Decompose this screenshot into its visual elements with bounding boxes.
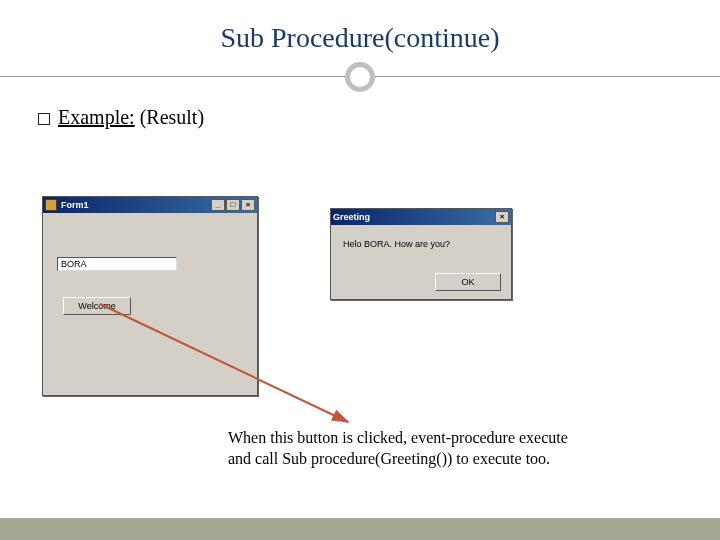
footer-bar xyxy=(0,518,720,540)
name-input[interactable]: BORA xyxy=(57,257,177,271)
form-icon xyxy=(45,199,57,211)
dialog-close-button[interactable]: × xyxy=(495,211,509,223)
form1-title-text: Form1 xyxy=(61,200,89,210)
divider-with-circle xyxy=(0,62,720,92)
close-button[interactable]: × xyxy=(241,199,255,211)
square-bullet-icon xyxy=(38,113,50,125)
maximize-button[interactable]: □ xyxy=(226,199,240,211)
greeting-dialog: Greeting × Helo BORA. How are you? OK xyxy=(330,208,512,300)
ok-button[interactable]: OK xyxy=(435,273,501,291)
greeting-title-text: Greeting xyxy=(333,212,370,222)
greeting-message: Helo BORA. How are you? xyxy=(331,225,511,249)
welcome-button[interactable]: Welcome xyxy=(63,297,131,315)
greeting-titlebar: Greeting × xyxy=(331,209,511,225)
slide-title: Sub Procedure(continue) xyxy=(0,22,720,54)
form1-titlebar: Form1 _ □ × xyxy=(43,197,257,213)
minimize-button[interactable]: _ xyxy=(211,199,225,211)
circle-icon xyxy=(345,62,375,92)
example-heading: Example: (Result) xyxy=(38,106,720,129)
caption: When this button is clicked, event-proce… xyxy=(228,428,638,470)
form1-window: Form1 _ □ × BORA Welcome xyxy=(42,196,258,396)
